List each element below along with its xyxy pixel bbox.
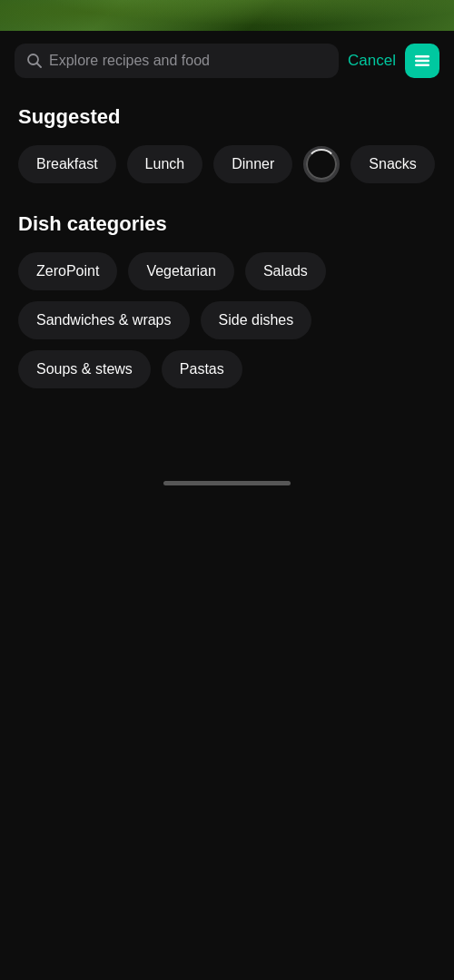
chip-dinner[interactable]: Dinner bbox=[213, 145, 292, 183]
chip-salads[interactable]: Salads bbox=[245, 252, 326, 290]
suggested-chips: Breakfast Lunch Dinner Snacks bbox=[18, 145, 436, 183]
dish-categories-title: Dish categories bbox=[18, 212, 436, 236]
chip-pastas[interactable]: Pastas bbox=[162, 350, 242, 388]
search-section: Explore recipes and food Cancel bbox=[0, 31, 454, 87]
search-bar[interactable]: Explore recipes and food bbox=[15, 44, 339, 78]
svg-line-8 bbox=[37, 64, 42, 68]
chip-soups-stews[interactable]: Soups & stews bbox=[18, 350, 151, 388]
svg-rect-9 bbox=[415, 55, 429, 58]
search-placeholder: Explore recipes and food bbox=[49, 53, 326, 69]
svg-rect-10 bbox=[415, 60, 429, 63]
chip-sandwiches-wraps[interactable]: Sandwiches & wraps bbox=[18, 301, 190, 339]
chip-zeropoint[interactable]: ZeroPoint bbox=[18, 252, 117, 290]
loading-spinner bbox=[303, 146, 340, 182]
suggested-section: Suggested Breakfast Lunch Dinner Snacks bbox=[18, 105, 436, 183]
dish-category-chips: ZeroPoint Vegetarian Salads Sandwiches &… bbox=[18, 252, 436, 388]
chip-vegetarian[interactable]: Vegetarian bbox=[128, 252, 234, 290]
chip-breakfast[interactable]: Breakfast bbox=[18, 145, 116, 183]
main-content: Suggested Breakfast Lunch Dinner Snacks … bbox=[0, 87, 454, 454]
list-view-button[interactable] bbox=[405, 44, 439, 78]
chip-lunch[interactable]: Lunch bbox=[127, 145, 203, 183]
chip-side-dishes[interactable]: Side dishes bbox=[201, 301, 312, 339]
home-indicator bbox=[163, 481, 291, 485]
cancel-button[interactable]: Cancel bbox=[348, 52, 396, 70]
search-icon bbox=[27, 54, 42, 68]
svg-rect-11 bbox=[415, 64, 429, 67]
chip-snacks[interactable]: Snacks bbox=[350, 145, 434, 183]
dish-categories-section: Dish categories ZeroPoint Vegetarian Sal… bbox=[18, 212, 436, 388]
suggested-title: Suggested bbox=[18, 105, 436, 129]
